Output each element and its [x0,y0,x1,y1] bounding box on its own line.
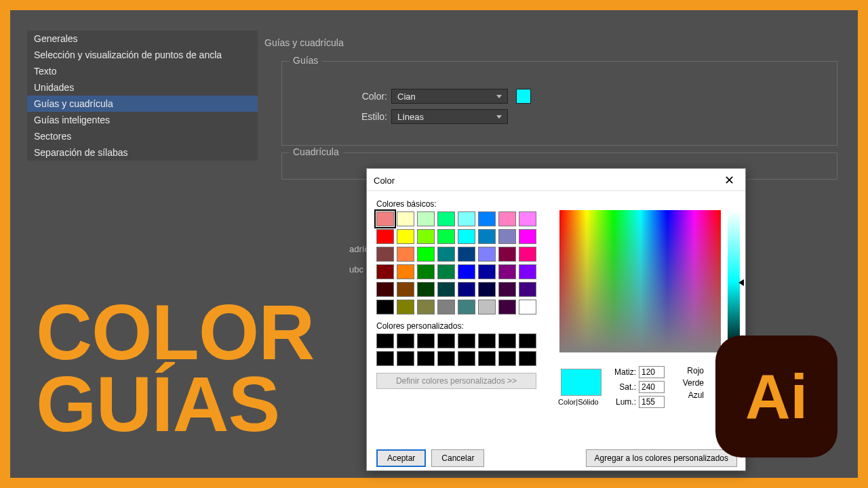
basic-color-cell[interactable] [397,247,414,262]
add-custom-button[interactable]: Agregar a los colores personalizados [586,449,737,467]
basic-color-cell[interactable] [519,264,536,279]
dialog-titlebar: Color ✕ [367,169,745,191]
basic-color-cell[interactable] [478,211,496,226]
guides-color-swatch[interactable] [516,89,531,104]
color-spectrum[interactable] [559,210,721,352]
basic-color-cell[interactable] [376,229,394,244]
lum-input[interactable] [639,396,665,408]
custom-color-cell[interactable] [519,351,536,366]
basic-color-cell[interactable] [437,282,455,297]
ok-button[interactable]: Aceptar [376,449,426,467]
basic-color-cell[interactable] [478,300,496,314]
color-picker-dialog: Color ✕ Colores básicos: Colores persona… [366,168,746,471]
sidebar-item-6[interactable]: Sectores [27,128,258,144]
custom-color-cell[interactable] [376,351,394,366]
close-icon[interactable]: ✕ [720,173,738,188]
basic-color-cell[interactable] [478,229,496,244]
guides-style-dropdown[interactable]: Líneas [391,109,508,124]
dialog-actions: Aceptar Cancelar [376,449,484,467]
basic-color-cell[interactable] [498,211,516,226]
basic-color-cell[interactable] [417,247,435,262]
basic-color-cell[interactable] [376,211,394,226]
app-frame: GeneralesSelección y visualización de pu… [10,10,858,478]
custom-color-cell[interactable] [519,333,536,348]
guides-section-label: Guías [289,55,322,66]
basic-color-cell[interactable] [458,247,475,262]
panel-title: Guías y cuadrícula [264,37,344,48]
basic-color-cell[interactable] [519,282,536,297]
basic-color-cell[interactable] [437,300,455,314]
custom-color-cell[interactable] [498,351,516,366]
basic-color-cell[interactable] [397,282,414,297]
basic-color-cell[interactable] [498,300,516,314]
custom-color-cell[interactable] [458,351,475,366]
basic-color-cell[interactable] [376,282,394,297]
basic-color-cell[interactable] [458,264,475,279]
sidebar-item-3[interactable]: Unidades [27,79,258,96]
basic-color-cell[interactable] [437,247,455,262]
color-preview-swatch [561,369,601,396]
custom-color-cell[interactable] [478,351,496,366]
sat-input[interactable] [639,381,665,393]
basic-color-cell[interactable] [437,264,455,279]
illustrator-badge: Ai [715,336,837,458]
chevron-down-icon [496,95,502,98]
basic-color-cell[interactable] [417,264,435,279]
custom-color-cell[interactable] [397,351,414,366]
cancel-button[interactable]: Cancelar [431,449,484,467]
preferences-sidebar: GeneralesSelección y visualización de pu… [27,30,258,161]
basic-color-cell[interactable] [458,282,475,297]
basic-color-cell[interactable] [417,300,435,314]
sidebar-item-4[interactable]: Guías y cuadrícula [27,96,258,112]
custom-color-cell[interactable] [397,333,414,348]
basic-color-cell[interactable] [397,300,414,314]
define-custom-button[interactable]: Definir colores personalizados >> [376,373,536,389]
basic-color-cell[interactable] [376,247,394,262]
guides-color-value: Cian [397,92,416,102]
basic-color-cell[interactable] [519,247,536,262]
basic-color-cell[interactable] [478,247,496,262]
basic-color-cell[interactable] [498,247,516,262]
basic-color-cell[interactable] [458,300,475,314]
guides-section: Guías Color: Cian Estilo: Líneas [281,61,837,146]
basic-color-cell[interactable] [519,211,536,226]
custom-color-cell[interactable] [376,333,394,348]
basic-color-cell[interactable] [478,282,496,297]
luminance-indicator-icon [738,279,744,286]
basic-color-cell[interactable] [437,211,455,226]
custom-color-cell[interactable] [478,333,496,348]
basic-color-cell[interactable] [417,229,435,244]
basic-color-cell[interactable] [397,264,414,279]
custom-color-cell[interactable] [458,333,475,348]
basic-color-cell[interactable] [498,229,516,244]
chevron-down-icon [496,115,502,119]
sidebar-item-1[interactable]: Selección y visualización de puntos de a… [27,47,258,63]
basic-color-cell[interactable] [478,264,496,279]
hue-input[interactable] [639,366,665,378]
basic-color-cell[interactable] [397,229,414,244]
basic-color-cell[interactable] [519,229,536,244]
basic-color-cell[interactable] [417,211,435,226]
custom-color-cell[interactable] [417,333,435,348]
basic-color-cell[interactable] [498,282,516,297]
sidebar-item-2[interactable]: Texto [27,63,258,79]
sidebar-item-7[interactable]: Separación de sílabas [27,144,258,161]
sidebar-item-0[interactable]: Generales [27,30,258,47]
sidebar-item-5[interactable]: Guías inteligentes [27,112,258,128]
basic-color-cell[interactable] [417,282,435,297]
basic-color-cell[interactable] [498,264,516,279]
custom-color-cell[interactable] [437,351,455,366]
dialog-title: Color [374,176,395,186]
basic-color-cell[interactable] [519,300,536,314]
basic-color-cell[interactable] [397,211,414,226]
basic-color-cell[interactable] [376,264,394,279]
basic-color-cell[interactable] [458,211,475,226]
basic-color-cell[interactable] [437,229,455,244]
custom-color-cell[interactable] [498,333,516,348]
style-label: Estilo: [353,111,387,122]
basic-color-cell[interactable] [376,300,394,314]
custom-color-cell[interactable] [437,333,455,348]
guides-color-dropdown[interactable]: Cian [391,89,508,104]
basic-color-cell[interactable] [458,229,475,244]
custom-color-cell[interactable] [417,351,435,366]
